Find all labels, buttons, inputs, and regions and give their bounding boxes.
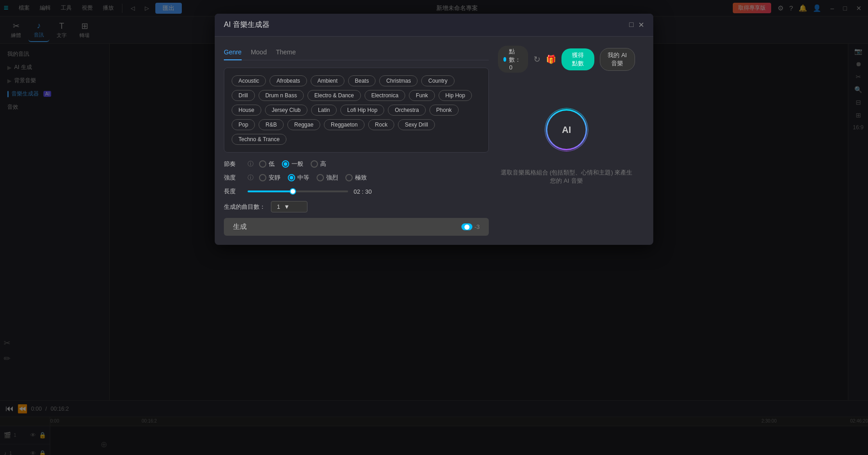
modal-left: Genre Mood Theme Acoustic Afrobeats Ambi… xyxy=(224,46,489,236)
duration-row: 長度 02 : 30 xyxy=(224,187,489,196)
my-ai-button[interactable]: 我的 AI 音樂 xyxy=(600,48,635,71)
points-text: 點數：0 xyxy=(509,48,523,71)
ai-hint-text: 選取音樂風格組合 (包括類型、心情和主題) 來產生您的 AI 音樂 xyxy=(498,169,635,185)
refresh-icon[interactable]: ↻ xyxy=(534,54,540,64)
genre-afrobeats[interactable]: Afrobeats xyxy=(270,75,307,86)
genre-rnb[interactable]: R&B xyxy=(259,119,284,130)
duration-slider[interactable] xyxy=(248,190,348,192)
genre-hip-hop[interactable]: Hip Hop xyxy=(439,90,472,101)
generate-cost: ⬤ -3 xyxy=(461,223,480,230)
tab-theme[interactable]: Theme xyxy=(276,46,296,60)
intensity-quiet-radio[interactable] xyxy=(259,174,266,181)
generate-btn-label: 生成 xyxy=(233,222,247,231)
intensity-medium[interactable]: 中等 xyxy=(288,174,309,182)
intensity-extreme-radio[interactable] xyxy=(345,174,353,181)
tempo-normal-label: 一般 xyxy=(291,160,303,168)
modal-header: AI 音樂生成器 □ ✕ xyxy=(215,14,653,37)
points-dot xyxy=(503,57,506,62)
duration-value: 02 : 30 xyxy=(354,188,372,195)
genre-funk[interactable]: Funk xyxy=(409,90,435,101)
ai-music-modal: AI 音樂生成器 □ ✕ Genre Mood Theme Acoustic xyxy=(215,14,653,245)
tempo-radio-group: 低 一般 高 xyxy=(259,160,326,168)
generate-count-label: 生成的曲目數： xyxy=(224,203,265,211)
points-badge: 點數：0 xyxy=(498,46,528,73)
tempo-high[interactable]: 高 xyxy=(311,160,326,168)
genre-panel: Acoustic Afrobeats Ambient Beats Christm… xyxy=(224,68,489,153)
genre-drill[interactable]: Drill xyxy=(232,90,255,101)
genre-reggae[interactable]: Reggae xyxy=(287,119,320,130)
slider-container: 02 : 30 xyxy=(248,188,372,195)
cost-badge: ⬤ xyxy=(461,223,472,230)
slider-fill xyxy=(248,190,293,192)
genre-house[interactable]: House xyxy=(232,105,261,116)
tempo-info-icon[interactable]: ⓘ xyxy=(248,160,254,168)
tab-mood[interactable]: Mood xyxy=(251,46,267,60)
modal-overlay: AI 音樂生成器 □ ✕ Genre Mood Theme Acoustic xyxy=(0,0,868,455)
genre-sexy-drill[interactable]: Sexy Drill xyxy=(398,119,435,130)
modal-right: 點數：0 ↻ 🎁 獲得點數 我的 AI 音樂 AI 選取音樂風格組合 (包括類型… xyxy=(489,46,644,236)
genre-beats[interactable]: Beats xyxy=(348,75,376,86)
tempo-low[interactable]: 低 xyxy=(259,160,275,168)
tempo-high-label: 高 xyxy=(320,160,326,168)
genre-phonk[interactable]: Phonk xyxy=(429,105,459,116)
genre-latin[interactable]: Latin xyxy=(311,105,337,116)
ai-logo-text: AI xyxy=(562,125,571,135)
generate-count-row: 生成的曲目數： 1 ▼ xyxy=(224,201,489,212)
intensity-quiet-label: 安靜 xyxy=(269,174,281,182)
genre-lofi-hip-hop[interactable]: Lofi Hip Hop xyxy=(340,105,384,116)
intensity-quiet[interactable]: 安靜 xyxy=(259,174,281,182)
genre-electro-dance[interactable]: Electro & Dance xyxy=(307,90,361,101)
tempo-low-radio[interactable] xyxy=(259,160,266,168)
genre-rock[interactable]: Rock xyxy=(368,119,394,130)
settings-section: 節奏 ⓘ 低 一般 xyxy=(224,160,489,236)
dropdown-arrow-icon: ▼ xyxy=(284,203,290,210)
genre-reggaeton[interactable]: Reggaeton xyxy=(324,119,365,130)
modal-header-icons: □ ✕ xyxy=(629,21,644,29)
generate-button[interactable]: 生成 ⬤ -3 xyxy=(224,218,489,236)
tempo-high-radio[interactable] xyxy=(311,160,318,168)
intensity-label: 強度 xyxy=(224,174,242,182)
genre-tags: Acoustic Afrobeats Ambient Beats Christm… xyxy=(232,75,481,145)
genre-pop[interactable]: Pop xyxy=(232,119,255,130)
duration-label: 長度 xyxy=(224,187,242,196)
genre-acoustic[interactable]: Acoustic xyxy=(232,75,266,86)
intensity-row: 強度 ⓘ 安靜 中等 xyxy=(224,174,489,182)
intensity-strong-radio[interactable] xyxy=(317,174,324,181)
ai-logo-container: AI xyxy=(546,109,587,150)
tempo-normal-radio[interactable] xyxy=(282,160,289,168)
get-points-button[interactable]: 獲得點數 xyxy=(561,48,594,70)
intensity-extreme-label: 極致 xyxy=(355,174,367,182)
modal-body: Genre Mood Theme Acoustic Afrobeats Ambi… xyxy=(215,37,653,245)
genre-electronica[interactable]: Electronica xyxy=(365,90,405,101)
intensity-strong[interactable]: 強烈 xyxy=(317,174,338,182)
generate-count-value: 1 xyxy=(277,203,280,210)
generate-count-select[interactable]: 1 ▼ xyxy=(271,201,307,212)
intensity-strong-label: 強烈 xyxy=(326,174,338,182)
intensity-info-icon[interactable]: ⓘ xyxy=(248,174,254,182)
genre-country[interactable]: Country xyxy=(421,75,454,86)
intensity-medium-label: 中等 xyxy=(297,174,309,182)
tab-genre[interactable]: Genre xyxy=(224,46,242,60)
tempo-row: 節奏 ⓘ 低 一般 xyxy=(224,160,489,168)
tempo-label: 節奏 xyxy=(224,160,242,168)
intensity-medium-radio[interactable] xyxy=(288,174,295,181)
genre-techno-trance[interactable]: Techno & Trance xyxy=(232,134,286,145)
modal-top-bar: 點數：0 ↻ 🎁 獲得點數 我的 AI 音樂 xyxy=(498,46,635,73)
genre-orchestra[interactable]: Orchestra xyxy=(388,105,426,116)
ai-logo: AI xyxy=(546,109,587,150)
modal-close-icon[interactable]: ✕ xyxy=(638,21,644,29)
intensity-radio-group: 安靜 中等 強烈 極致 xyxy=(259,174,367,182)
modal-minimize-icon[interactable]: □ xyxy=(629,21,634,29)
genre-jersey-club[interactable]: Jersey Club xyxy=(265,105,307,116)
cost-value: -3 xyxy=(474,223,480,230)
genre-drum-n-bass[interactable]: Drum n Bass xyxy=(259,90,304,101)
genre-tabs: Genre Mood Theme xyxy=(224,46,489,60)
genre-ambient[interactable]: Ambient xyxy=(311,75,344,86)
gift-icon[interactable]: 🎁 xyxy=(546,54,556,64)
modal-title: AI 音樂生成器 xyxy=(224,20,270,30)
tempo-low-label: 低 xyxy=(269,160,275,168)
tempo-normal[interactable]: 一般 xyxy=(282,160,303,168)
slider-thumb[interactable] xyxy=(290,188,296,195)
genre-christmas[interactable]: Christmas xyxy=(379,75,418,86)
intensity-extreme[interactable]: 極致 xyxy=(345,174,367,182)
